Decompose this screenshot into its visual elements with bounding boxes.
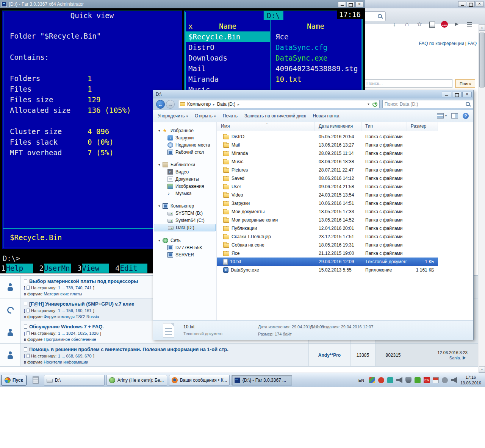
file-row[interactable]: Music 08.06.2016 18:38 Папка с файлами (217, 158, 438, 166)
sidebar-item[interactable]: SYSTEM (B:) (154, 209, 216, 217)
goto-last-post-icon[interactable] (463, 356, 468, 360)
adblock-icon[interactable] (441, 21, 448, 28)
function-key[interactable]: 3 View (77, 264, 109, 273)
sidebar-item[interactable]: Рабочий стол (154, 148, 216, 156)
menu-icon[interactable] (466, 21, 473, 28)
sidebar-item[interactable]: Компьютер (154, 202, 216, 209)
toolbar-button[interactable]: Упорядочить (158, 113, 188, 119)
file-row[interactable]: Загрузки 10.06.2016 14:51 Папка с файлам… (217, 199, 438, 208)
taskbar-button[interactable]: Ваши сообщения • К... (169, 375, 230, 386)
topic-title-link[interactable]: [F@H] Универсальный (SMP+GPU) v.7 клие (29, 301, 134, 307)
explorer-titlebar[interactable]: D:\ (153, 90, 473, 98)
preview-pane-icon[interactable] (451, 113, 458, 119)
bookmark-star-icon[interactable] (416, 21, 423, 28)
browser-maximize-button[interactable] (467, 1, 475, 7)
breadcrumb-item[interactable]: Data (D:) (217, 101, 242, 107)
column-header-name[interactable]: Имя (217, 122, 315, 131)
sidebar-item[interactable]: Недавние места (154, 141, 216, 148)
explorer-search-input[interactable] (385, 101, 465, 107)
far-maximize-button[interactable] (347, 2, 355, 7)
downloads-icon[interactable] (391, 21, 398, 28)
file-row[interactable]: Mail 13.06.2016 13:27 Папка с файлами (217, 141, 438, 149)
topic-title-link[interactable]: Обсуждение Windows 7 + FAQ. (29, 324, 104, 329)
file-row[interactable]: Сказки Т.Пельтцер 23.12.2015 17:51 Папка… (217, 233, 438, 241)
far-close-button[interactable] (355, 2, 363, 7)
far-file-item[interactable]: Downloads (186, 53, 270, 63)
scrollbar-thumb[interactable] (479, 33, 485, 87)
column-header-type[interactable]: Тип (361, 122, 407, 131)
browser-close-button[interactable] (476, 1, 483, 7)
sidebar-item[interactable]: Музыка (154, 190, 216, 197)
taskbar-clock[interactable]: 17:16 13.06.2016 (460, 375, 481, 386)
browser-minimize-button[interactable] (458, 1, 466, 7)
address-bar[interactable]: Компьютер Data (D:) (178, 100, 380, 108)
forum-search-button[interactable]: Поиск (455, 79, 475, 88)
forum-link[interactable]: Форум команды TSC! Russia (44, 314, 99, 319)
explorer-close-button[interactable] (462, 92, 472, 97)
forum-link[interactable]: Программное обеспечение (44, 337, 96, 342)
file-row[interactable]: Публикации 12.04.2016 20:01 Папка с файл… (217, 224, 438, 233)
help-icon[interactable] (463, 113, 469, 119)
far-file-item[interactable]: DataSync.exe (273, 53, 360, 63)
file-row[interactable]: Pictures 28.07.2011 22:47 Папка с файлам… (217, 166, 438, 174)
search-icon[interactable] (465, 101, 471, 107)
far-file-item[interactable]: DataSync.cfg (273, 42, 360, 53)
tray-icon[interactable] (442, 377, 448, 383)
far-file-item[interactable]: Ясе (273, 31, 360, 42)
files-panel-path[interactable]: D:\ (263, 11, 283, 20)
file-row[interactable]: 10.txt 29.04.2016 12:09 Текстовый докуме… (217, 258, 438, 266)
quick-launch-calculator[interactable] (30, 375, 41, 386)
sidebar-item[interactable]: SERVER (154, 251, 216, 258)
page-links[interactable]: 1 ... 668, 669, 670 (58, 354, 92, 358)
faq-conference-link[interactable]: FAQ по конференции (419, 41, 464, 46)
far-file-item[interactable]: Miranda (186, 74, 270, 84)
last-post-user-link[interactable]: Sania. (449, 356, 461, 360)
expander-arrow-icon[interactable] (158, 204, 163, 208)
toolbar-button[interactable]: Новая папка (313, 113, 339, 119)
sidebar-item[interactable]: Избранное (154, 127, 216, 134)
sidebar-item[interactable]: Библиотеки (154, 161, 216, 168)
tray-icon[interactable] (387, 377, 393, 383)
sidebar-item[interactable]: Изображения (154, 183, 216, 190)
breadcrumb-item[interactable]: Компьютер (187, 101, 217, 107)
file-row[interactable]: Saved 08.06.2016 14:12 Папка с файлами (217, 174, 438, 183)
faq-link[interactable]: FAQ (468, 41, 477, 46)
far-file-item[interactable]: DistrO (186, 42, 270, 53)
page-links[interactable]: 1 ... 739, 740, 741 (58, 286, 92, 290)
far-minimize-button[interactable] (338, 2, 346, 7)
explorer-search-box[interactable] (382, 100, 473, 108)
far-file-item[interactable]: 409640234538889.stg (273, 63, 360, 74)
home-icon[interactable] (404, 21, 410, 28)
tray-icon[interactable]: En (424, 377, 430, 383)
command-line[interactable]: D:\> (3, 253, 20, 264)
expander-arrow-icon[interactable] (158, 163, 163, 167)
tray-icon[interactable] (433, 377, 439, 383)
page-links[interactable]: 1 ... 159, 160, 161 (58, 308, 92, 313)
taskbar-button[interactable]: Ariny (Не в сети): Бе... (106, 375, 167, 386)
file-row[interactable]: Собака на сене 18.05.2016 19:31 Папка с … (217, 241, 438, 249)
tray-icon[interactable] (451, 377, 457, 383)
sidebar-item[interactable]: Data (D:) (154, 224, 216, 231)
toolbar-button[interactable]: Записать на оптический диск (244, 113, 306, 119)
search-icon[interactable] (377, 14, 383, 19)
author-link[interactable]: Andy**Pro (318, 353, 341, 358)
sidebar-item[interactable]: System64 (C:) (154, 217, 216, 224)
taskbar-button[interactable]: {D:\} - Far 3.0.3367 ... (232, 375, 292, 386)
topic-title-link[interactable]: Выбор материнской платы под процессоры (29, 278, 138, 284)
column-header-date[interactable]: Дата изменения (315, 122, 361, 131)
far-file-item[interactable]: 10.txt (273, 74, 360, 84)
tray-icon[interactable] (378, 377, 384, 383)
bookmarks-panel-icon[interactable] (429, 21, 435, 28)
toolbar-button[interactable]: Открыть (195, 113, 216, 119)
file-row[interactable]: User 09.06.2014 21:58 Папка с файлами (217, 183, 438, 191)
file-row[interactable]: Miranda 28.09.2015 11:14 Папка с файлами (217, 149, 438, 158)
language-indicator[interactable]: EN (358, 378, 364, 382)
sidebar-item[interactable]: Загрузки (154, 134, 216, 141)
file-row[interactable]: Ясе 21.12.2015 19:00 Папка с файлами (217, 249, 438, 258)
sidebar-item[interactable]: Документы (154, 175, 216, 183)
start-button[interactable]: Пуск (1, 375, 27, 386)
toolbar-button[interactable]: Печать (223, 113, 238, 119)
sidebar-item[interactable]: Сеть (154, 237, 216, 244)
file-row[interactable]: Video 24.03.2015 13:54 Папка с файлами (217, 191, 438, 199)
forum-link[interactable]: Материнские платы (44, 292, 82, 296)
